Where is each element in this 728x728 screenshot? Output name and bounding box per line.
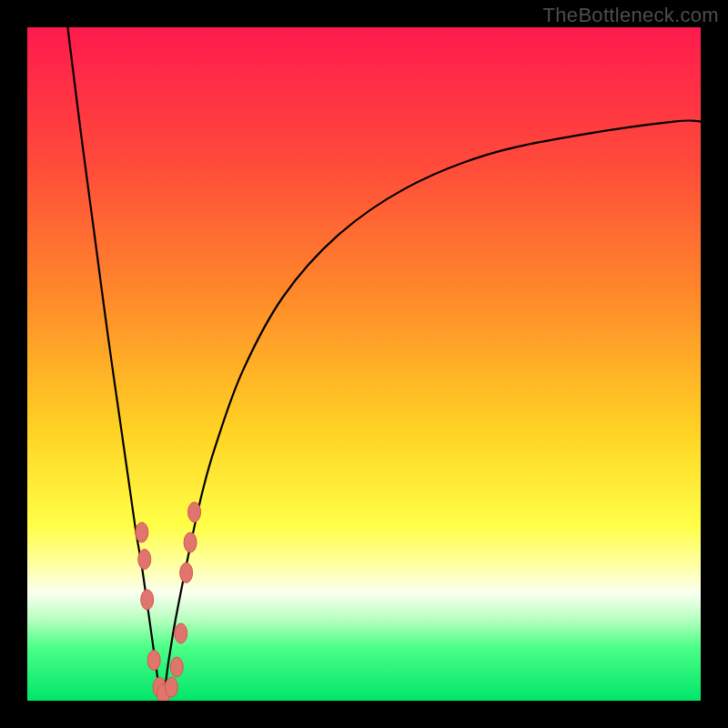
bottleneck-chart (0, 0, 728, 728)
data-point (136, 522, 148, 542)
data-point (165, 677, 177, 697)
chart-stage: TheBottleneck.com (0, 0, 728, 728)
data-point (188, 502, 201, 522)
data-point (175, 623, 187, 643)
data-point (170, 657, 183, 677)
data-point (184, 532, 197, 552)
data-point (141, 590, 154, 610)
data-point (138, 550, 151, 570)
gradient-background (27, 27, 701, 701)
data-point (147, 651, 160, 671)
watermark-text: TheBottleneck.com (543, 4, 719, 27)
data-point (180, 562, 193, 582)
